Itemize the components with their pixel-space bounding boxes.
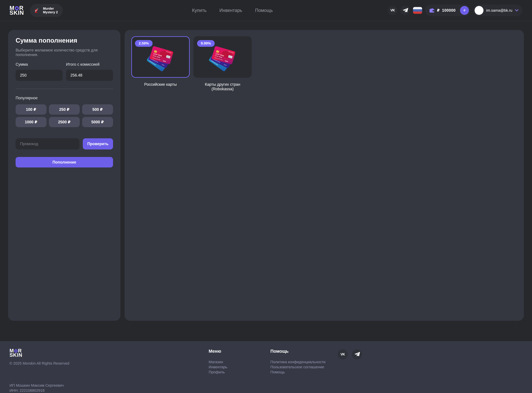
popular-1000-button[interactable]: 1000 ₽	[16, 117, 47, 127]
payment-method-tile-russian-cards[interactable]: 2.59%	[131, 36, 190, 78]
footer-brand: MRSKIN © 2025 Morskin All Rights Reserve…	[10, 349, 209, 375]
footer-telegram-button[interactable]	[352, 349, 362, 359]
telegram-social-button[interactable]	[400, 6, 410, 15]
chevron-down-icon	[515, 9, 518, 12]
flag-stripe-white	[413, 7, 422, 9]
page: 1234 CARDHOLDER NAME 1234 CARDHOLDER NAM…	[0, 0, 532, 393]
footer-vk-button[interactable]: VK	[338, 349, 348, 359]
topup-panel: Сумма пополнения Выберите желаемое колич…	[8, 30, 120, 321]
topup-submit-button[interactable]: Пополнение	[16, 157, 113, 167]
game-badge-label: MurderMystery 2	[43, 7, 58, 14]
fee-badge: 9.99%	[197, 40, 215, 47]
flag-stripe-red	[413, 11, 422, 14]
topup-subtitle: Выберите желаемое количество средств для…	[16, 48, 113, 57]
header: MRSKIN 2 MurderMystery 2 Купить Инвентар…	[0, 0, 532, 21]
footer-logo[interactable]: MRSKIN	[10, 349, 209, 358]
amount-fields: Сумма Итого с комиссией	[16, 62, 113, 81]
telegram-icon	[402, 7, 409, 14]
footer-link-terms[interactable]: Пользовательское соглашение	[270, 364, 338, 369]
total-with-fee-input[interactable]	[66, 70, 113, 81]
logo-line2: SKIN	[10, 10, 24, 16]
payment-method-label: Карты других стран (Robokassa)	[193, 82, 252, 91]
copyright: © 2025 Morskin All Rights Reserved	[10, 361, 209, 365]
payment-methods-list: 2.59% Российские карты 9.99% Карты други…	[131, 36, 517, 91]
balance-pill: ₽ 100000 +	[425, 5, 470, 16]
avatar	[475, 6, 483, 15]
payment-methods-panel: 2.59% Российские карты 9.99% Карты други…	[125, 30, 524, 321]
nav-inventory[interactable]: Инвентарь	[219, 8, 242, 13]
game-selector-badge[interactable]: 2 MurderMystery 2	[30, 4, 63, 17]
popular-5000-button[interactable]: 5000 ₽	[82, 117, 113, 127]
footer-link-profile[interactable]: Профиль	[209, 369, 270, 375]
svg-text:2: 2	[35, 8, 38, 14]
footer-link-help[interactable]: Помощь	[270, 369, 338, 375]
mm2-knife-icon: 2	[33, 7, 41, 14]
main-content: Сумма пополнения Выберите желаемое колич…	[0, 21, 532, 321]
promo-code-input[interactable]	[16, 138, 79, 149]
popular-amounts: 100 ₽ 250 ₽ 500 ₽ 1000 ₽ 2500 ₽ 5000 ₽	[16, 104, 113, 127]
footer-help-title: Помощь	[270, 349, 338, 354]
popular-2500-button[interactable]: 2500 ₽	[49, 117, 80, 127]
footer-help-column: Помощь Политика конфиденциальности Польз…	[270, 349, 338, 375]
payment-method-foreign-cards: 9.99% Карты других стран (Robokassa)	[193, 36, 252, 91]
currency-symbol: ₽	[437, 8, 440, 13]
footer-link-shop[interactable]: Магазин	[209, 359, 270, 364]
footer-bottom: ИП Мошкин Максим Сергеевич ИНН: 22210880…	[10, 383, 522, 393]
footer-social: VK	[338, 349, 362, 375]
divider	[16, 89, 113, 89]
header-right: VK ₽ 100000 + im	[388, 5, 522, 16]
credit-cards-image	[144, 44, 177, 72]
amount-input[interactable]	[16, 70, 63, 81]
footer-menu-title: Меню	[209, 349, 270, 354]
nav-help[interactable]: Помощь	[255, 8, 273, 13]
footer-link-inventory[interactable]: Инвентарь	[209, 364, 270, 369]
add-funds-button[interactable]: +	[460, 6, 469, 15]
promo-row: Проверить	[16, 138, 113, 149]
fee-badge: 2.59%	[135, 40, 153, 47]
total-label: Итого с комиссией	[66, 62, 113, 67]
account-menu[interactable]: im.sama@bk.ru	[473, 5, 522, 16]
footer-link-privacy[interactable]: Политика конфиденциальности	[270, 359, 338, 364]
payment-method-label: Российские карты	[131, 82, 190, 87]
vk-icon: VK	[390, 8, 395, 12]
vk-social-button[interactable]: VK	[388, 6, 397, 15]
account-email: im.sama@bk.ru	[486, 8, 512, 13]
credit-cards-image	[206, 44, 239, 72]
amount-label: Сумма	[16, 62, 63, 67]
footer-menu-column: Меню Магазин Инвентарь Профиль	[209, 349, 270, 375]
legal-info: ИП Мошкин Максим Сергеевич ИНН: 22210880…	[10, 383, 64, 393]
legal-inn: ИНН: 222108802918	[10, 388, 64, 393]
legal-entity: ИП Мошкин Максим Сергеевич	[10, 383, 64, 388]
footer: MRSKIN © 2025 Morskin All Rights Reserve…	[0, 341, 532, 393]
payment-method-russian-cards: 2.59% Российские карты	[131, 36, 190, 91]
popular-500-button[interactable]: 500 ₽	[82, 104, 113, 114]
nav-buy[interactable]: Купить	[192, 8, 206, 13]
main-nav: Купить Инвентарь Помощь	[192, 0, 273, 21]
popular-250-button[interactable]: 250 ₽	[49, 104, 80, 114]
balance-amount: 100000	[442, 8, 456, 13]
payment-method-tile-foreign-cards[interactable]: 9.99%	[193, 36, 252, 78]
wallet-icon	[429, 8, 435, 13]
vk-icon: VK	[341, 352, 345, 356]
logo[interactable]: MRSKIN	[10, 6, 24, 15]
flag-stripe-blue	[413, 9, 422, 11]
topup-title: Сумма пополнения	[16, 37, 113, 44]
check-promo-button[interactable]: Проверить	[83, 138, 113, 149]
popular-label: Популярное	[16, 96, 113, 100]
language-flag-button[interactable]	[413, 7, 422, 14]
popular-100-button[interactable]: 100 ₽	[16, 104, 47, 114]
telegram-icon	[354, 351, 360, 358]
footer-columns: MRSKIN © 2025 Morskin All Rights Reserve…	[10, 349, 522, 375]
